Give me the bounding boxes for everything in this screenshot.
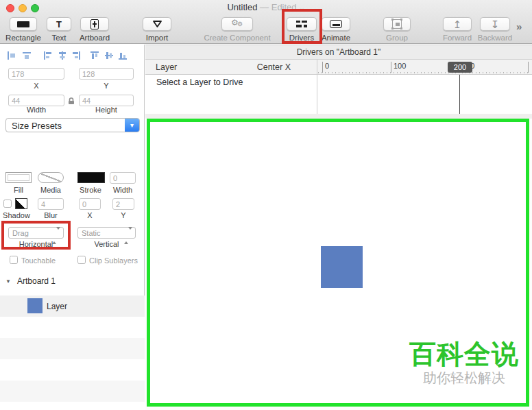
toolbar-button-group: Group — [378, 17, 416, 42]
layer-rectangle[interactable] — [321, 246, 363, 288]
gears-icon: ⚙ ⚙ — [231, 19, 243, 29]
toolbar-button-label: Forward — [439, 34, 476, 42]
document-state: — Edited — [260, 2, 296, 12]
x-position-field[interactable] — [8, 68, 64, 80]
align-left-icon[interactable] — [43, 50, 53, 61]
watermark-subtitle: 助你轻松解决 — [396, 369, 532, 387]
tree-item-layer[interactable]: Layer — [0, 296, 145, 317]
toolbar-button-forward: ↥ Forward — [439, 17, 476, 42]
y-field-label: Y — [79, 82, 134, 90]
align-top-icon[interactable] — [89, 50, 100, 61]
backward-arrow-icon: ↧ — [491, 19, 500, 29]
toolbar-button-create-component: ⚙ ⚙ Create Component — [202, 17, 272, 42]
chevron-down-icon: ▾ — [125, 119, 139, 132]
window-title: Untitled — Edited ⌄ — [0, 2, 532, 12]
panel-bottom-strip — [145, 114, 532, 119]
clip-sublayers-checkbox[interactable] — [77, 256, 86, 264]
align-bottom-icon[interactable] — [117, 50, 128, 61]
y-position-field[interactable] — [79, 68, 134, 80]
title-chevron-down-icon[interactable]: ⌄ — [299, 4, 304, 12]
stroke-color-well[interactable] — [77, 172, 105, 183]
toolbar-button-text[interactable]: Text — [45, 17, 73, 42]
vertical-behavior-value: Static — [82, 229, 101, 237]
align-center-horizontal-icon[interactable] — [57, 50, 68, 61]
column-header-layer: Layer — [156, 62, 177, 72]
disclosure-triangle-icon[interactable]: ▼ — [5, 278, 11, 285]
width-field[interactable] — [8, 95, 64, 106]
toolbar-overflow-button[interactable]: » — [516, 21, 520, 32]
list-row-empty — [0, 317, 145, 338]
shadow-checkbox[interactable] — [3, 200, 12, 208]
drivers-empty-message: Select a Layer to Drive — [156, 77, 243, 87]
align-middle-vertical-icon[interactable] — [104, 50, 114, 61]
shadow-x-label: X — [79, 211, 101, 219]
align-right-icon[interactable] — [71, 50, 82, 61]
layer-thumbnail — [27, 298, 43, 313]
list-row-empty — [0, 359, 145, 381]
column-divider — [317, 60, 317, 114]
shadow-y-label: Y — [112, 211, 134, 219]
ruler-minor-ticks — [318, 72, 531, 73]
shadow-blur-field[interactable] — [38, 198, 64, 210]
design-canvas[interactable]: 百科全说 助你轻松解决 — [145, 119, 532, 410]
horizontal-behavior-dropdown[interactable]: Drag — [8, 227, 64, 239]
touchable-label: Touchable — [21, 256, 56, 265]
forward-arrow-icon: ↥ — [453, 19, 462, 29]
toolbar-button-backward: ↧ Backward — [476, 17, 514, 42]
align-left-edge-icon[interactable] — [5, 50, 16, 61]
align-top-edge-icon[interactable] — [21, 50, 32, 61]
horizontal-behavior-value: Drag — [12, 229, 29, 237]
watermark-title: 百科全说 — [396, 336, 532, 373]
artboard-icon — [90, 19, 99, 29]
stroke-width-field[interactable] — [110, 172, 136, 184]
size-presets-dropdown[interactable]: Size Presets ▾ — [5, 118, 140, 132]
list-row-empty — [0, 381, 145, 402]
main-area: Drivers on "Artboard 1" Layer Center X 0… — [145, 44, 532, 410]
shadow-y-field[interactable] — [112, 198, 134, 210]
toolbar-button-label: Drivers — [284, 34, 319, 42]
shadow-x-field[interactable] — [79, 198, 101, 210]
blur-label: Blur — [38, 211, 64, 219]
x-field-label: X — [8, 82, 64, 90]
column-header-center-x: Center X — [257, 62, 291, 72]
tree-item-artboard[interactable]: Artboard 1 — [17, 276, 56, 286]
toolbar-button-artboard[interactable]: Artboard — [77, 17, 112, 42]
toolbar-button-rectangle[interactable]: Rectangle — [3, 17, 43, 42]
media-well[interactable] — [38, 172, 64, 183]
vertical-label: Vertical — [77, 240, 136, 248]
document-title: Untitled — [227, 2, 257, 12]
rectangle-icon — [17, 21, 29, 27]
text-icon — [56, 18, 62, 30]
height-field[interactable] — [79, 95, 134, 106]
aspect-lock-icon[interactable] — [68, 95, 75, 108]
touchable-checkbox[interactable] — [10, 256, 18, 264]
toolbar-button-label: Group — [378, 34, 416, 42]
toolbar-button-animate[interactable]: Animate — [318, 17, 354, 42]
list-row-empty — [0, 402, 145, 410]
window-header: Untitled — Edited ⌄ Rectangle Text Artbo… — [0, 0, 532, 44]
import-icon — [152, 20, 162, 28]
artboard-1[interactable]: 百科全说 助你轻松解决 — [147, 119, 529, 407]
width-field-label: Width — [8, 106, 64, 114]
group-icon — [392, 19, 402, 29]
stroke-width-label: Width — [110, 186, 136, 194]
shadow-color-well[interactable] — [15, 198, 27, 209]
toolbar-button-label: Rectangle — [3, 34, 43, 42]
vertical-behavior-dropdown[interactable]: Static — [77, 227, 136, 239]
media-label: Media — [38, 186, 64, 194]
animate-icon — [330, 20, 342, 28]
ruler-label-100: 100 — [394, 62, 406, 70]
toolbar-button-drivers[interactable]: Drivers — [284, 17, 319, 42]
toolbar-button-label: Import — [139, 34, 175, 42]
playhead-line[interactable] — [459, 75, 460, 114]
toolbar-button-label: Artboard — [77, 34, 112, 42]
clip-sublayers-label: Clip Sublayers — [89, 256, 138, 265]
toolbar-button-label: Backward — [476, 34, 514, 42]
toolbar-button-import[interactable]: Import — [139, 17, 175, 42]
sliders-icon — [296, 21, 307, 28]
inspector-sidebar: X Y Width Height Size Presets ▾ Fill Med… — [0, 45, 145, 410]
toolbar-button-label: Create Component — [202, 34, 272, 42]
toolbar-button-label: Animate — [318, 34, 354, 42]
fill-color-well[interactable] — [5, 172, 32, 183]
playhead-value-badge[interactable]: 200 — [448, 62, 472, 73]
